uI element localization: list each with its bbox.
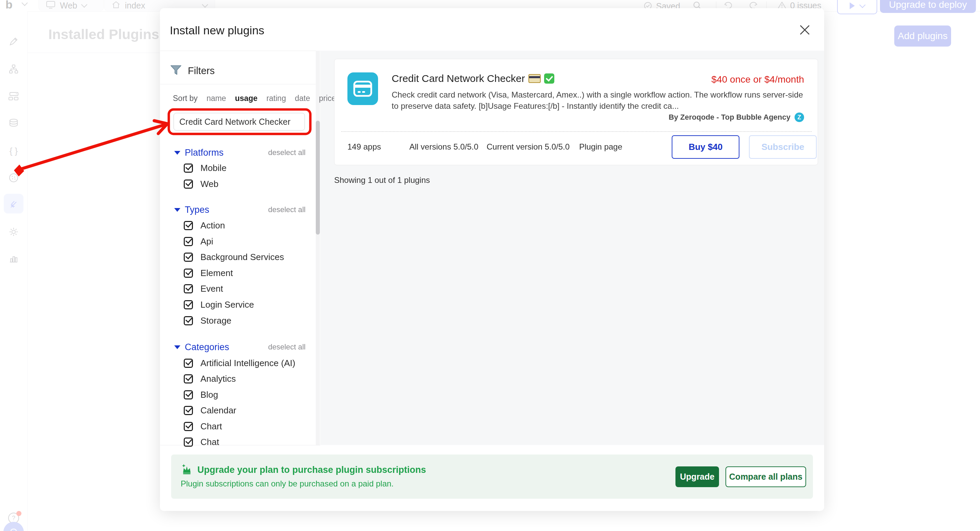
- upgrade-to-deploy-button[interactable]: Upgrade to deploy: [880, 0, 976, 13]
- plugin-current-version-rating: Current version 5.0/5.0: [487, 142, 570, 152]
- chevron-down-icon[interactable]: [21, 0, 27, 6]
- filter-item-mobile[interactable]: Mobile: [184, 160, 313, 176]
- tab-web[interactable]: Web: [38, 0, 104, 11]
- checkbox-checked-icon[interactable]: [184, 359, 193, 368]
- checkbox-checked-icon[interactable]: [184, 390, 193, 399]
- buy-button[interactable]: Buy $40: [672, 135, 740, 159]
- filter-item-calendar[interactable]: Calendar: [184, 403, 313, 418]
- preview-button[interactable]: [837, 0, 877, 14]
- sidebar-item-logs[interactable]: [9, 254, 18, 263]
- checkbox-checked-icon[interactable]: [184, 253, 193, 262]
- sidebar-item-plugins[interactable]: [9, 200, 18, 209]
- filter-item-storage[interactable]: Storage: [184, 313, 313, 328]
- checkbox-checked-icon[interactable]: [184, 179, 193, 189]
- sidebar-item-data[interactable]: [9, 119, 18, 128]
- deselect-all-link[interactable]: deselect all: [268, 205, 305, 214]
- deselect-all-link[interactable]: deselect all: [268, 343, 305, 352]
- sidebar-item-settings[interactable]: [9, 227, 18, 236]
- sort-row: Sort by name usage rating date price: [173, 94, 336, 103]
- filter-section-platforms[interactable]: Platforms deselect all: [160, 145, 316, 160]
- monitor-icon: [46, 1, 55, 11]
- checkbox-checked-icon[interactable]: [184, 269, 193, 278]
- filter-item-chat[interactable]: Chat: [184, 434, 313, 450]
- add-plugins-button[interactable]: Add plugins: [894, 25, 951, 47]
- avatar-initial: O: [10, 526, 18, 531]
- filter-section-types[interactable]: Types deselect all: [160, 202, 316, 217]
- filter-item-web[interactable]: Web: [184, 176, 313, 192]
- banner-title-row: Upgrade your plan to purchase plugin sub…: [181, 463, 426, 476]
- sidebar-item-backend[interactable]: { }: [10, 146, 18, 156]
- divider: [27, 53, 160, 53]
- deselect-all-link[interactable]: deselect all: [268, 148, 305, 157]
- filters-header: Filters: [170, 62, 215, 79]
- upgrade-button[interactable]: Upgrade: [675, 466, 719, 487]
- collapse-triangle-icon: [174, 151, 180, 155]
- checkbox-checked-icon[interactable]: [184, 237, 193, 246]
- filter-scrollbar-thumb[interactable]: [316, 121, 320, 235]
- filters-heading: Filters: [188, 65, 215, 76]
- plugin-author-row: By Zeroqode - Top Bubble Agency Z: [669, 113, 804, 122]
- modal-title: Install new plugins: [170, 24, 264, 37]
- bubble-logo[interactable]: b: [5, 0, 13, 11]
- checkbox-checked-icon[interactable]: [184, 406, 193, 415]
- sort-option-name[interactable]: name: [207, 94, 226, 103]
- sidebar-item-plugins-cookie[interactable]: [9, 173, 18, 182]
- close-icon[interactable]: [799, 24, 811, 36]
- filter-item-label: Action: [200, 220, 225, 231]
- checkbox-checked-icon[interactable]: [184, 284, 193, 293]
- filter-item-label: Background Services: [200, 252, 284, 262]
- filter-item-label: Login Service: [200, 300, 254, 310]
- filter-item-label: Calendar: [200, 405, 237, 416]
- filter-item-element[interactable]: Element: [184, 265, 313, 281]
- plugin-card[interactable]: Credit Card Network Checker $40 once or …: [334, 59, 818, 165]
- section-title: Types: [185, 204, 209, 215]
- filter-item-label: Storage: [200, 315, 231, 326]
- filter-item-label: Event: [200, 284, 223, 294]
- plugin-all-versions-rating: All versions 5.0/5.0: [409, 142, 479, 152]
- sidebar-item-workflow[interactable]: [9, 65, 18, 73]
- svg-text:?: ?: [12, 515, 15, 521]
- filter-item-analytics[interactable]: Analytics: [184, 371, 313, 387]
- home-icon: [112, 1, 120, 11]
- plugin-page-link[interactable]: Plugin page: [579, 142, 622, 152]
- checkbox-checked-icon[interactable]: [184, 221, 193, 230]
- sort-option-price[interactable]: price: [319, 94, 336, 103]
- checkbox-checked-icon[interactable]: [184, 163, 193, 173]
- checkbox-checked-icon[interactable]: [184, 316, 193, 325]
- checkbox-checked-icon[interactable]: [184, 374, 193, 384]
- filter-item-blog[interactable]: Blog: [184, 387, 313, 403]
- compare-all-plans-button[interactable]: Compare all plans: [725, 466, 806, 487]
- filter-item-label: Api: [200, 236, 213, 247]
- collapse-triangle-icon: [174, 208, 180, 212]
- divider: [160, 84, 316, 84]
- filter-item-login-service[interactable]: Login Service: [184, 297, 313, 312]
- sort-option-usage[interactable]: usage: [235, 94, 257, 103]
- sidebar-item-design[interactable]: [9, 37, 18, 46]
- checkbox-checked-icon[interactable]: [184, 300, 193, 309]
- filter-item-event[interactable]: Event: [184, 281, 313, 296]
- filter-item-label: Mobile: [200, 163, 227, 173]
- check-mark-emoji: [544, 73, 554, 84]
- plugin-author[interactable]: By Zeroqode - Top Bubble Agency: [669, 113, 791, 122]
- filter-item-label: Artificial Intelligence (AI): [200, 358, 295, 368]
- sidebar-item-reusables[interactable]: [8, 92, 19, 101]
- filter-item-background-services[interactable]: Background Services: [184, 249, 313, 265]
- dotted-divider: [341, 131, 811, 132]
- subscribe-button[interactable]: Subscribe: [749, 135, 817, 159]
- sort-option-rating[interactable]: rating: [266, 94, 286, 103]
- filter-item-label: Element: [200, 268, 233, 278]
- filter-section-categories[interactable]: Categories deselect all: [160, 339, 316, 355]
- checkbox-checked-icon[interactable]: [184, 437, 193, 447]
- plugin-icon: [347, 72, 378, 105]
- plugin-search-input[interactable]: [173, 113, 305, 130]
- filter-scrollbar-track[interactable]: [316, 51, 320, 445]
- checkbox-checked-icon[interactable]: [184, 422, 193, 431]
- plugin-name: Credit Card Network Checker: [392, 73, 525, 84]
- filter-item-api[interactable]: Api: [184, 233, 313, 249]
- filter-item-action[interactable]: Action: [184, 217, 313, 233]
- install-plugins-modal: Install new plugins Filters Sort by name…: [160, 8, 824, 511]
- upgrade-banner: Upgrade your plan to purchase plugin sub…: [171, 455, 813, 499]
- filter-item-chart[interactable]: Chart: [184, 418, 313, 434]
- sort-option-date[interactable]: date: [295, 94, 310, 103]
- filter-item-ai[interactable]: Artificial Intelligence (AI): [184, 355, 313, 371]
